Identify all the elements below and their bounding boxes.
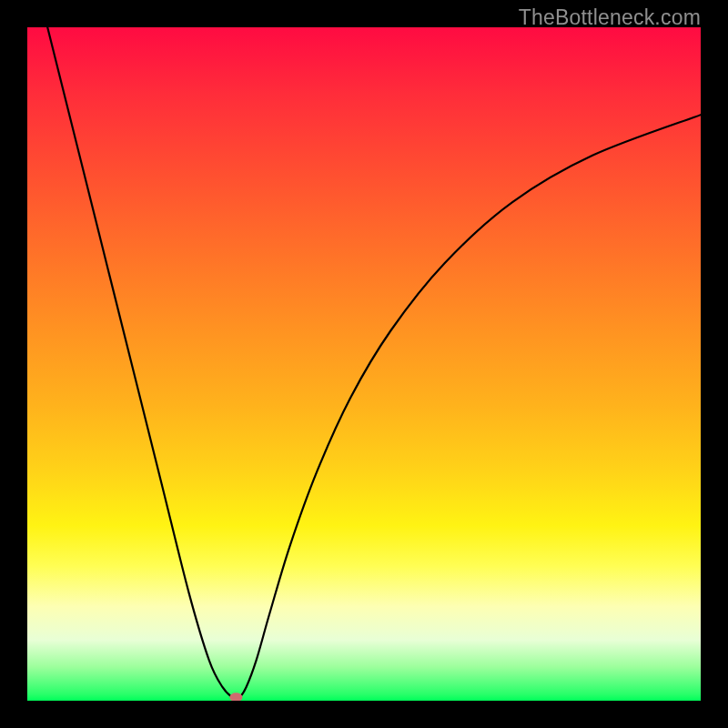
- chart-frame: TheBottleneck.com: [0, 0, 728, 728]
- watermark-label: TheBottleneck.com: [519, 5, 701, 30]
- curve-svg: [27, 27, 701, 701]
- plot-area: [27, 27, 701, 701]
- optimum-marker: [229, 693, 242, 701]
- bottleneck-curve: [47, 27, 701, 699]
